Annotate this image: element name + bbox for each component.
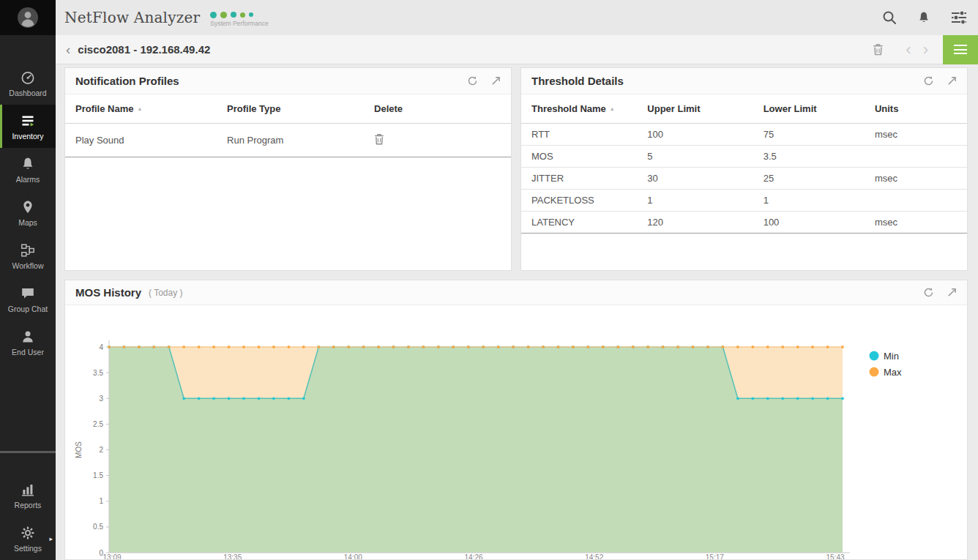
avatar[interactable] <box>0 0 56 35</box>
sidebar-item-inventory[interactable]: Inventory <box>0 105 56 148</box>
y-tick-label: 1.5 <box>93 471 103 479</box>
column-header[interactable]: Upper Limit <box>637 94 753 124</box>
refresh-icon[interactable] <box>467 75 478 86</box>
max-point <box>662 346 665 348</box>
panel-title: MOS History <box>75 286 141 299</box>
back-chevron-icon[interactable]: ‹ <box>66 42 70 56</box>
min-point <box>751 397 754 400</box>
area-chart-svg: 00.511.522.533.5413:0913:3514:0014:2614:… <box>65 305 968 560</box>
max-point <box>811 346 814 348</box>
legend-item-min[interactable]: Min <box>870 351 899 362</box>
prev-device-icon[interactable]: ‹ <box>900 42 917 58</box>
svg-text:Max: Max <box>884 367 902 378</box>
mos-history-chart: 00.511.522.533.5413:0913:3514:0014:2614:… <box>65 305 967 560</box>
y-tick-label: 3 <box>99 395 103 403</box>
sidebar-item-maps[interactable]: Maps <box>0 191 56 234</box>
max-point <box>362 346 365 348</box>
sidebar-nav: DashboardInventoryAlarmsMapsWorkflowGrou… <box>0 35 56 364</box>
max-point <box>497 346 500 348</box>
topbar: NetFlow Analyzer System Performance <box>56 0 978 35</box>
max-point <box>198 346 201 348</box>
max-point <box>467 346 470 348</box>
expand-icon[interactable] <box>947 76 957 86</box>
app-tagline: System Performance <box>210 20 268 27</box>
app-title: NetFlow Analyzer <box>64 9 200 26</box>
table-cell: msec <box>865 124 967 146</box>
x-tick-label: 15:43 <box>826 553 844 560</box>
max-point <box>512 346 515 348</box>
bell-icon[interactable] <box>917 10 931 26</box>
sidebar-item-settings[interactable]: Settings▸ <box>0 517 56 560</box>
sort-asc-icon: ▲ <box>137 106 142 111</box>
threshold-details-header: Threshold Details <box>521 68 967 94</box>
max-point <box>616 346 619 348</box>
delete-row-icon[interactable] <box>374 136 384 147</box>
sidebar-item-label: Maps <box>18 218 37 227</box>
y-tick-label: 4 <box>99 343 103 351</box>
sidebar-item-end-user[interactable]: End User <box>0 321 56 364</box>
panel-title: Notification Profiles <box>75 75 179 87</box>
breadcrumb-actions: ‹ › <box>873 35 978 64</box>
main-column: NetFlow Analyzer System Performance <box>56 0 978 560</box>
delete-device-icon[interactable] <box>873 43 884 56</box>
column-header[interactable]: Delete <box>364 94 511 124</box>
min-point <box>212 397 215 400</box>
topbar-icons <box>881 10 968 26</box>
table-cell: JITTER <box>521 168 637 190</box>
min-point <box>288 397 291 400</box>
sidebar-item-group-chat[interactable]: Group Chat <box>0 277 56 321</box>
device-menu-button[interactable] <box>943 35 978 64</box>
svg-text:Min: Min <box>884 351 899 362</box>
panel-subtitle: ( Today ) <box>149 288 182 298</box>
legend-item-max[interactable]: Max <box>870 367 903 378</box>
x-tick-label: 14:00 <box>344 553 362 560</box>
x-tick-label: 13:09 <box>102 553 121 560</box>
column-header[interactable]: Profile Name▲ <box>65 94 217 124</box>
max-point <box>692 346 695 348</box>
threshold-details-panel: Threshold Details Threshold Name▲Upper L… <box>520 67 968 271</box>
notification-profiles-header: Notification Profiles <box>65 68 511 94</box>
max-point <box>572 346 575 348</box>
reports-icon <box>20 482 36 498</box>
min-point <box>198 397 201 400</box>
sidebar-item-label: Reports <box>15 501 42 509</box>
refresh-icon[interactable] <box>923 287 934 298</box>
settings-icon <box>20 525 36 541</box>
max-point <box>138 346 141 348</box>
sidebar-item-workflow[interactable]: Workflow <box>0 234 56 277</box>
data-table: Threshold Name▲Upper LimitLower LimitUni… <box>521 94 967 234</box>
max-point <box>228 346 231 348</box>
expand-icon[interactable] <box>947 288 957 297</box>
max-point <box>751 346 754 348</box>
table-row: LATENCY120100msec <box>521 212 967 234</box>
sidebar-item-alarms[interactable]: Alarms <box>0 148 56 191</box>
search-icon[interactable] <box>881 10 897 26</box>
next-device-icon[interactable]: › <box>917 42 934 58</box>
max-point <box>542 346 545 348</box>
column-header[interactable]: Units <box>865 94 967 124</box>
column-header[interactable]: Profile Type <box>217 94 364 124</box>
min-point <box>258 397 261 400</box>
sidebar-item-label: Inventory <box>12 132 43 141</box>
y-axis-title: MOS <box>75 441 83 458</box>
sliders-icon[interactable] <box>950 10 968 25</box>
max-point <box>722 346 725 348</box>
sidebar-item-dashboard[interactable]: Dashboard <box>0 61 56 105</box>
table-cell: 5 <box>637 146 753 168</box>
min-point <box>272 397 275 400</box>
table-cell <box>865 190 967 212</box>
max-point <box>182 346 185 348</box>
table-cell: LATENCY <box>521 212 637 234</box>
expand-icon[interactable] <box>491 76 501 86</box>
table-cell: 3.5 <box>753 146 865 168</box>
panel-actions <box>467 75 501 86</box>
column-header[interactable]: Threshold Name▲ <box>521 94 637 124</box>
min-point <box>242 397 245 400</box>
sidebar-item-label: End User <box>12 348 44 356</box>
max-point <box>646 346 649 348</box>
maps-icon <box>20 199 36 215</box>
refresh-icon[interactable] <box>923 75 934 86</box>
column-header[interactable]: Lower Limit <box>753 94 865 124</box>
table-cell: 100 <box>637 124 753 146</box>
sidebar-item-reports[interactable]: Reports <box>0 474 56 517</box>
